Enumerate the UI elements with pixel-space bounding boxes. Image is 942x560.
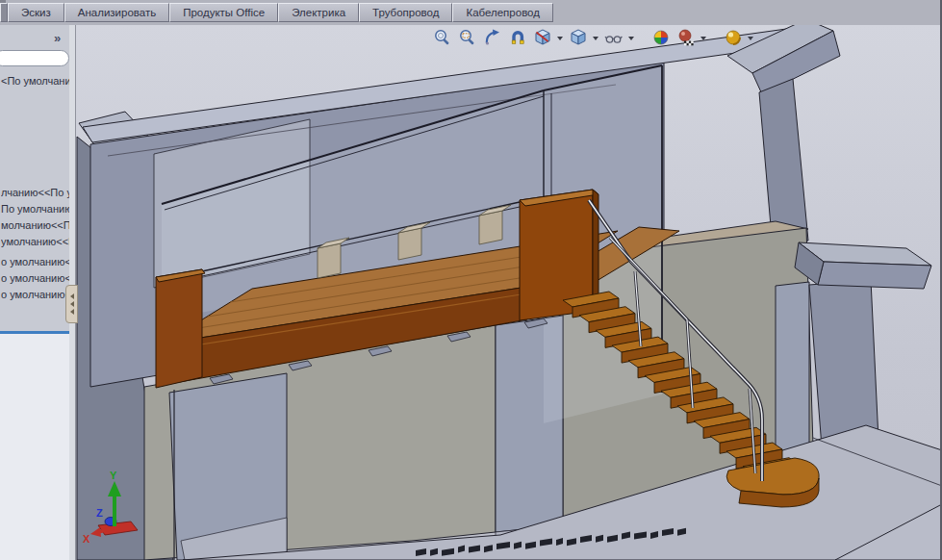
solidworks-window: Эскиз Анализировать Продукты Office Элек… (0, 0, 942, 560)
display-style-icon (604, 28, 624, 47)
tree-scroll-handle[interactable] (65, 285, 78, 323)
triad-z-label: Z (96, 507, 103, 519)
pan-icon (508, 28, 527, 47)
triad-x-label: X (83, 533, 90, 545)
command-tab-bar: Эскиз Анализировать Продукты Office Элек… (0, 0, 942, 26)
tree-item[interactable]: По умолчанию< (1, 203, 73, 215)
dropdown-arrow-icon[interactable] (628, 37, 634, 40)
view-orientation-icon (569, 28, 588, 47)
tree-item[interactable]: о умолчанию<< (1, 272, 73, 284)
zoom-to-area-button[interactable] (458, 28, 477, 47)
tab-conduit[interactable]: Кабелепровод (452, 3, 553, 22)
dropdown-arrow-icon[interactable] (748, 37, 753, 40)
tree-item[interactable]: умолчанию<<П (1, 236, 73, 247)
tab-partial[interactable] (0, 3, 8, 22)
rotate-view-button[interactable] (483, 28, 502, 47)
realview-icon (651, 28, 671, 47)
tab-evaluate[interactable]: Анализировать (64, 3, 169, 22)
tab-electrical[interactable]: Электрика (278, 3, 359, 22)
window-top-edge (0, 0, 6, 3)
panel-lower-area (0, 334, 69, 560)
section-view-icon (533, 28, 552, 47)
dropdown-arrow-icon[interactable] (700, 37, 706, 40)
view-orientation-button[interactable] (569, 28, 588, 47)
zoom-to-fit-button[interactable] (433, 28, 452, 47)
apply-scene-icon (724, 28, 743, 47)
edit-appearance-button[interactable] (676, 28, 696, 47)
tree-item[interactable]: о умолчанию<< (1, 256, 73, 267)
tab-sketch[interactable]: Эскиз (8, 3, 64, 22)
rotate-view-icon (483, 28, 502, 47)
dropdown-arrow-icon[interactable] (557, 37, 563, 40)
dropdown-arrow-icon[interactable] (593, 37, 598, 40)
apply-scene-button[interactable] (724, 28, 743, 47)
graphics-area[interactable]: Y X Z (75, 25, 942, 560)
view-toolbar (433, 28, 753, 47)
model-3d[interactable]: Y X Z (75, 25, 942, 560)
edit-appearance-icon (676, 28, 696, 47)
tab-office-products[interactable]: Продукты Office (169, 3, 278, 22)
display-style-button[interactable] (604, 28, 624, 47)
tab-piping[interactable]: Трубопровод (359, 3, 452, 22)
tree-item[interactable]: о умолчанию<< (1, 289, 73, 300)
tree-item[interactable]: лчанию<<По у (1, 187, 73, 198)
triad-y-label: Y (110, 470, 117, 481)
tree-item[interactable]: молчанию<<По (1, 219, 73, 231)
realview-button[interactable] (651, 28, 671, 47)
zoom-to-area-icon (458, 28, 477, 47)
feature-panel: » <По умолчанию лчанию<<По у По умолчани… (0, 25, 69, 560)
pan-button[interactable] (508, 28, 527, 47)
section-view-button[interactable] (533, 28, 552, 47)
zoom-to-fit-icon (433, 28, 452, 47)
